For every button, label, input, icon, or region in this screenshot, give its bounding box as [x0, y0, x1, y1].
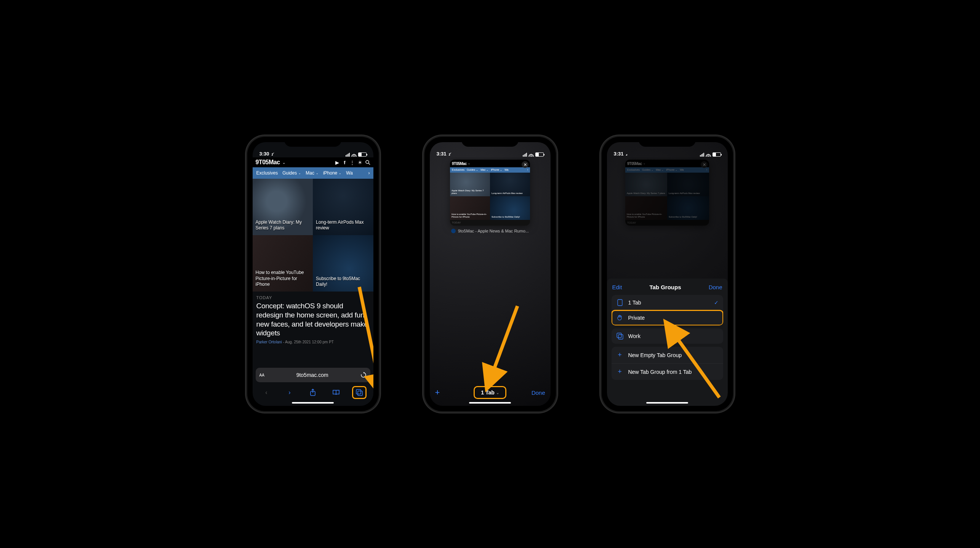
screen-3: 3:31 ✕ 9T05Mac⌄ ▶f ⋮☀⌕ ExclusivesG	[607, 142, 728, 406]
youtube-icon: ▶	[506, 161, 510, 166]
nav-iphone[interactable]: iPhone ⌄	[323, 170, 341, 176]
home-indicator[interactable]	[469, 402, 511, 404]
site-nav: Exclusives Guides ⌄ Mac ⌄ iPhone ⌄ Wa ›	[253, 167, 373, 179]
tabs-stack-icon	[616, 333, 624, 340]
tab-group-row-private[interactable]: Private	[612, 310, 723, 325]
share-button[interactable]	[306, 386, 320, 399]
location-icon	[271, 152, 275, 156]
article-author[interactable]: Parker Ortolani	[256, 340, 282, 344]
status-time: 3:31	[614, 151, 624, 157]
location-icon	[625, 152, 629, 156]
svg-rect-5	[358, 391, 362, 396]
tile-apple-watch[interactable]: Apple Watch Diary: My Series 7 plans	[253, 179, 313, 235]
article-date: Aug. 25th 2021 12:00 pm PT	[285, 340, 334, 344]
location-icon	[448, 152, 452, 156]
phone-2: 3:31 ✕ 9T05Mac⌄ ▶ f ⋮ ☀ ⌕	[424, 137, 556, 411]
signal-icon	[346, 153, 350, 157]
nav-watch[interactable]: Wa	[346, 170, 353, 176]
status-time: 3:30	[259, 151, 269, 157]
favicon-icon	[451, 229, 456, 233]
plus-icon: +	[616, 351, 624, 359]
tab-group-selector[interactable]: 1 Tab ⌄	[474, 386, 506, 399]
home-indicator[interactable]	[646, 402, 688, 404]
safari-toolbar: ‹ ›	[253, 384, 373, 401]
tile-airpods-max[interactable]: Long-term AirPods Max review	[313, 179, 373, 235]
device-icon	[616, 299, 624, 306]
nav-exclusives[interactable]: Exclusives	[256, 170, 278, 176]
site-logo[interactable]: 9T05Mac	[256, 159, 280, 166]
svg-line-1	[368, 163, 370, 165]
tile-subscribe-daily[interactable]: Subscribe to 9to5Mac Daily!	[313, 235, 373, 292]
svg-point-0	[366, 160, 369, 163]
reload-icon[interactable]	[360, 372, 367, 378]
svg-rect-4	[356, 389, 361, 394]
article-grid: Apple Watch Diary: My Series 7 plans Lon…	[253, 179, 373, 292]
done-button[interactable]: Done	[709, 284, 722, 290]
facebook-icon[interactable]: f	[342, 160, 347, 165]
tabs-button[interactable]	[352, 386, 367, 399]
nav-mac[interactable]: Mac ⌄	[306, 170, 319, 176]
panel-title: Tab Groups	[649, 284, 681, 290]
plus-icon: +	[616, 368, 624, 376]
tab-groups-panel: Edit Tab Groups Done 1 Tab ✓	[607, 279, 728, 406]
phone-1: 3:30 9T05Mac ⌄ ▶ f ⋮ ☀ Exclusives Guides…	[247, 137, 379, 411]
site-header: 9T05Mac ⌄ ▶ f ⋮ ☀	[253, 157, 373, 167]
new-tab-button[interactable]: +	[435, 388, 454, 397]
wifi-icon	[528, 153, 534, 157]
chevron-down-icon[interactable]: ⌄	[282, 160, 285, 165]
home-indicator[interactable]	[292, 402, 334, 404]
status-time: 3:31	[437, 151, 447, 157]
address-domain: 9to5mac.com	[264, 372, 360, 378]
forward-button[interactable]: ›	[282, 386, 297, 399]
nav-scroll-right[interactable]: ›	[365, 167, 373, 179]
new-empty-tab-group[interactable]: + New Empty Tab Group	[612, 347, 723, 363]
battery-icon	[535, 152, 544, 157]
svg-rect-10	[618, 335, 623, 339]
battery-icon	[713, 152, 721, 157]
nav-guides[interactable]: Guides ⌄	[282, 170, 301, 176]
edit-button[interactable]: Edit	[612, 284, 622, 290]
battery-icon	[358, 152, 367, 157]
svg-rect-8	[618, 300, 622, 306]
more-icon: ⋮	[516, 161, 519, 166]
youtube-icon[interactable]: ▶	[335, 160, 340, 165]
facebook-icon: f	[511, 161, 514, 166]
wifi-icon	[706, 153, 711, 157]
bookmarks-button[interactable]	[329, 386, 343, 399]
tabview-toolbar: + 1 Tab ⌄ Done	[430, 384, 551, 401]
checkmark-icon: ✓	[714, 300, 719, 306]
wifi-icon	[351, 153, 357, 157]
more-icon[interactable]: ⋮	[350, 160, 355, 165]
hand-icon	[616, 314, 624, 321]
article-headline[interactable]: Concept: watchOS 9 should redesign the h…	[253, 301, 373, 338]
signal-icon	[523, 153, 527, 157]
article-byline: Parker Ortolani - Aug. 25th 2021 12:00 p…	[253, 338, 373, 348]
status-bar: 3:30	[253, 142, 373, 157]
tab-group-row-tabs[interactable]: 1 Tab ✓	[612, 295, 723, 310]
signal-icon	[700, 153, 704, 157]
search-icon[interactable]	[365, 160, 370, 165]
phone-3: 3:31 ✕ 9T05Mac⌄ ▶f ⋮☀⌕ ExclusivesG	[602, 137, 733, 411]
theme-icon[interactable]: ☀	[357, 160, 363, 165]
section-label-today: TODAY	[253, 292, 373, 301]
new-tab-group-from[interactable]: + New Tab Group from 1 Tab	[612, 363, 723, 380]
status-bar: 3:31	[430, 142, 551, 157]
tab-thumbnail[interactable]: ✕ 9T05Mac⌄ ▶ f ⋮ ☀ ⌕ Exclusives Guides ⌄…	[450, 160, 530, 226]
tab-group-row-work[interactable]: Work	[612, 328, 723, 344]
tile-youtube-pip[interactable]: How to enable YouTube Picture-in-Picture…	[253, 235, 313, 292]
address-bar[interactable]: AA 9to5mac.com	[256, 368, 370, 382]
reader-icon[interactable]: AA	[259, 373, 264, 377]
status-bar: 3:31	[607, 142, 728, 157]
tab-title: 9to5Mac - Apple News & Mac Rumo...	[431, 229, 549, 233]
chevron-down-icon: ⌄	[496, 391, 499, 395]
back-button[interactable]: ‹	[259, 386, 274, 399]
svg-rect-9	[617, 333, 621, 338]
screen-2: 3:31 ✕ 9T05Mac⌄ ▶ f ⋮ ☀ ⌕	[430, 142, 551, 406]
done-button[interactable]: Done	[526, 389, 545, 396]
screen-1: 3:30 9T05Mac ⌄ ▶ f ⋮ ☀ Exclusives Guides…	[253, 142, 373, 406]
close-tab-icon[interactable]: ✕	[522, 161, 528, 168]
